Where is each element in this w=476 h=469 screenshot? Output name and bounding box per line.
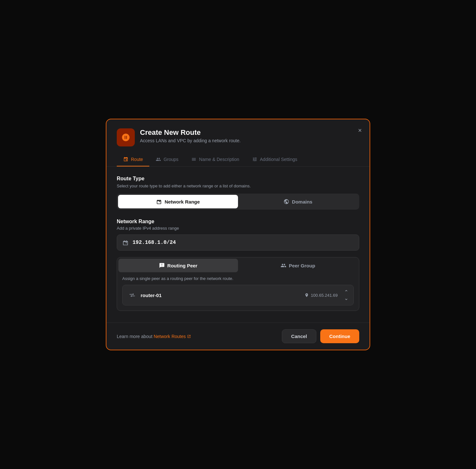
peer-name: router-01 (141, 293, 301, 298)
toggle-peer-group-label: Peer Group (289, 263, 315, 268)
peer-ip-text: 100.65.241.69 (311, 293, 338, 298)
network-range-title: Network Range (117, 219, 359, 225)
peer-section: Routing Peer Peer Group Assign a single … (117, 257, 359, 311)
netbird-icon (121, 133, 130, 142)
settings-tab-icon (252, 157, 257, 162)
tab-route[interactable]: Route (117, 153, 149, 166)
cancel-button[interactable]: Cancel (282, 329, 316, 343)
network-range-input-wrapper (117, 234, 359, 251)
tab-groups[interactable]: Groups (149, 153, 185, 166)
modal-subtitle: Access LANs and VPC by adding a network … (140, 138, 359, 143)
peer-select-icon (128, 291, 137, 300)
modal-overlay: Create New Route Access LANs and VPC by … (0, 0, 476, 469)
peer-body: Assign a single peer as a routing peer f… (118, 272, 358, 309)
network-range-input-icon (122, 239, 129, 246)
tab-name-description[interactable]: Name & Description (185, 153, 246, 166)
tab-additional-settings[interactable]: Additional Settings (246, 153, 304, 166)
toggle-domains[interactable]: Domains (238, 195, 358, 208)
domains-icon (283, 199, 289, 205)
groups-tab-icon (156, 157, 161, 162)
network-range-icon (156, 199, 162, 205)
tab-bar: Route Groups Name & Description Addition… (106, 153, 370, 167)
peer-type-toggle: Routing Peer Peer Group (118, 259, 358, 272)
title-group: Create New Route Access LANs and VPC by … (140, 128, 359, 143)
routing-peer-icon (159, 263, 165, 268)
route-type-desc: Select your route type to add either a n… (117, 184, 359, 188)
toggle-routing-peer-label: Routing Peer (167, 263, 197, 268)
toggle-routing-peer[interactable]: Routing Peer (118, 259, 238, 272)
modal-footer: Learn more about Network Routes Cancel C… (106, 323, 370, 350)
modal-title: Create New Route (140, 128, 359, 137)
network-range-input[interactable] (133, 240, 354, 245)
external-link-icon (187, 334, 191, 338)
peer-group-icon (281, 263, 286, 268)
route-tab-icon (123, 157, 128, 162)
modal-body: Route Type Select your route type to add… (106, 167, 370, 323)
peer-select-chevron: ⌃⌄ (344, 289, 348, 301)
learn-more-link[interactable]: Network Routes (154, 334, 191, 339)
location-icon (304, 293, 309, 297)
toggle-peer-group[interactable]: Peer Group (238, 259, 358, 272)
app-icon (117, 128, 135, 146)
route-type-title: Route Type (117, 176, 359, 182)
route-type-toggle: Network Range Domains (117, 194, 359, 210)
toggle-network-range[interactable]: Network Range (118, 195, 238, 208)
peer-desc: Assign a single peer as a routing peer f… (122, 276, 354, 281)
peer-select-dropdown[interactable]: router-01 100.65.241.69 ⌃⌄ (122, 285, 354, 305)
modal-container: Create New Route Access LANs and VPC by … (106, 119, 370, 350)
peer-ip-wrapper: 100.65.241.69 (304, 293, 338, 298)
learn-more-text: Learn more about Network Routes (117, 334, 191, 339)
close-button[interactable]: × (357, 126, 363, 135)
name-desc-tab-icon (191, 157, 196, 162)
footer-buttons: Cancel Continue (282, 329, 359, 343)
continue-button[interactable]: Continue (320, 329, 359, 343)
modal-header: Create New Route Access LANs and VPC by … (106, 119, 370, 153)
toggle-domains-label: Domains (292, 199, 312, 205)
toggle-network-range-label: Network Range (164, 199, 200, 205)
network-range-desc: Add a private IPv4 address range (117, 226, 359, 231)
router-icon (129, 292, 135, 298)
